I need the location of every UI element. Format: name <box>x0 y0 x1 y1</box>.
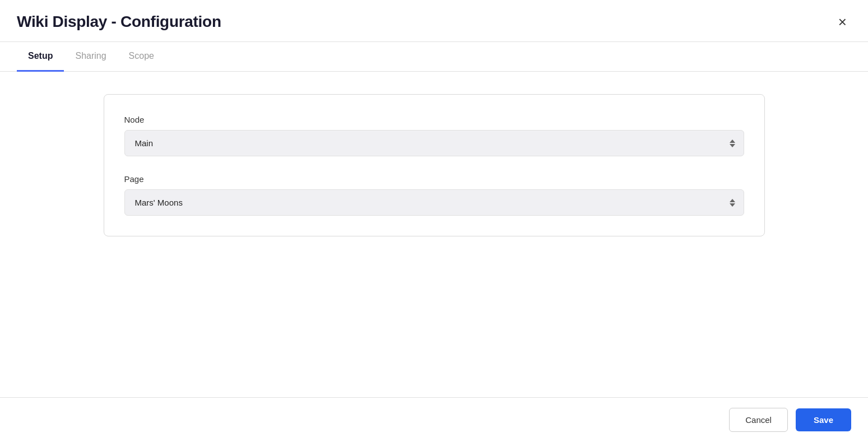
page-select-wrapper: Mars' Moons Jupiter's Moons Saturn's Moo… <box>124 189 744 216</box>
modal-body: Node Main Secondary Tertiary Page <box>0 72 868 397</box>
cancel-button[interactable]: Cancel <box>729 408 788 432</box>
modal-container: Wiki Display - Configuration × Setup Sha… <box>0 0 868 442</box>
modal-header: Wiki Display - Configuration × <box>0 0 868 42</box>
node-label: Node <box>124 115 744 124</box>
tab-sharing[interactable]: Sharing <box>64 42 117 72</box>
page-label: Page <box>124 174 744 184</box>
config-panel: Node Main Secondary Tertiary Page <box>104 94 765 236</box>
modal-title: Wiki Display - Configuration <box>17 13 221 31</box>
node-field-group: Node Main Secondary Tertiary <box>124 115 744 156</box>
node-select[interactable]: Main Secondary Tertiary <box>124 130 744 156</box>
page-select[interactable]: Mars' Moons Jupiter's Moons Saturn's Moo… <box>124 189 744 216</box>
node-select-wrapper: Main Secondary Tertiary <box>124 130 744 156</box>
tab-setup[interactable]: Setup <box>17 42 64 72</box>
tab-scope[interactable]: Scope <box>118 42 165 72</box>
tabs-bar: Setup Sharing Scope <box>0 42 868 72</box>
close-button[interactable]: × <box>834 12 851 31</box>
save-button[interactable]: Save <box>796 408 851 431</box>
modal-footer: Cancel Save <box>0 397 868 442</box>
page-field-group: Page Mars' Moons Jupiter's Moons Saturn'… <box>124 174 744 216</box>
